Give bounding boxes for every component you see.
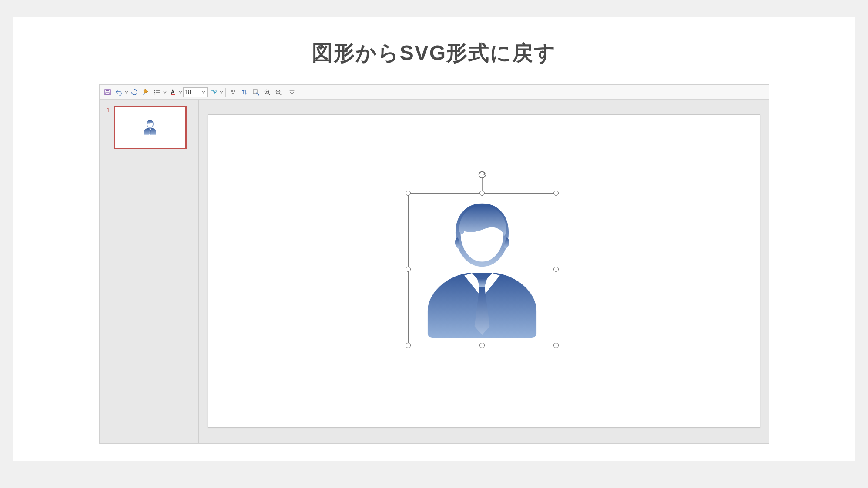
powerpoint-window: 18 bbox=[99, 84, 769, 444]
rotate-icon bbox=[477, 170, 487, 180]
undo-icon bbox=[115, 89, 122, 96]
undo-dropdown[interactable] bbox=[125, 90, 128, 94]
format-painter-button[interactable] bbox=[141, 87, 151, 97]
font-color-icon bbox=[169, 89, 176, 96]
toolbar-separator bbox=[225, 88, 226, 97]
slide-canvas[interactable] bbox=[208, 114, 760, 428]
slide-thumbnails-panel: 1 bbox=[100, 100, 199, 443]
zoom-in-icon bbox=[264, 89, 271, 96]
canvas-area bbox=[199, 100, 769, 443]
svg-rect-12 bbox=[231, 90, 233, 92]
svg-point-3 bbox=[154, 90, 155, 90]
resize-handle-tm[interactable] bbox=[479, 191, 485, 196]
undo-button[interactable] bbox=[114, 87, 124, 97]
redo-button[interactable] bbox=[129, 87, 140, 97]
font-color-button[interactable] bbox=[168, 87, 178, 97]
svg-line-17 bbox=[268, 93, 270, 95]
arrange-button[interactable] bbox=[239, 87, 250, 97]
font-size-dropdown-icon bbox=[202, 89, 205, 95]
format-painter-icon bbox=[142, 89, 149, 96]
shapes-button[interactable] bbox=[208, 87, 219, 97]
svg-rect-1 bbox=[106, 90, 109, 91]
align-icon bbox=[230, 89, 237, 96]
svg-point-5 bbox=[154, 93, 155, 94]
zoom-in-button[interactable] bbox=[262, 87, 272, 97]
resize-handle-mr[interactable] bbox=[553, 267, 559, 272]
svg-rect-9 bbox=[171, 94, 175, 95]
save-button[interactable] bbox=[102, 87, 113, 97]
resize-handle-bm[interactable] bbox=[479, 343, 485, 348]
font-size-value: 18 bbox=[185, 89, 191, 95]
edit-shape-icon bbox=[252, 89, 259, 96]
tutorial-card: 図形からSVG形式に戻す bbox=[13, 17, 855, 461]
page-title: 図形からSVG形式に戻す bbox=[13, 39, 855, 67]
slide-thumbnail[interactable] bbox=[114, 106, 187, 149]
toolbar-separator bbox=[286, 88, 286, 97]
businessman-icon bbox=[141, 119, 159, 136]
svg-rect-2 bbox=[106, 93, 109, 94]
slide-thumbnail-row: 1 bbox=[104, 106, 194, 149]
save-icon bbox=[104, 89, 111, 96]
resize-handle-tl[interactable] bbox=[406, 191, 411, 196]
svg-rect-13 bbox=[234, 90, 235, 92]
shapes-icon bbox=[210, 89, 217, 96]
font-color-dropdown[interactable] bbox=[179, 90, 182, 94]
businessman-icon bbox=[417, 200, 547, 339]
svg-point-4 bbox=[154, 91, 155, 92]
align-button[interactable] bbox=[228, 87, 238, 97]
bullets-dropdown[interactable] bbox=[163, 90, 167, 94]
quick-access-toolbar: 18 bbox=[100, 85, 769, 100]
resize-handle-tr[interactable] bbox=[553, 191, 559, 196]
slide-number: 1 bbox=[104, 106, 110, 149]
font-size-input[interactable]: 18 bbox=[183, 87, 208, 97]
svg-rect-14 bbox=[232, 93, 234, 94]
resize-handle-br[interactable] bbox=[553, 343, 559, 348]
svg-line-21 bbox=[279, 93, 281, 95]
app-body: 1 bbox=[100, 100, 769, 443]
svg-point-11 bbox=[214, 90, 216, 93]
zoom-out-icon bbox=[275, 89, 282, 96]
rotation-handle[interactable] bbox=[477, 170, 487, 180]
resize-handle-ml[interactable] bbox=[406, 267, 411, 272]
bullets-button[interactable] bbox=[152, 87, 162, 97]
redo-icon bbox=[131, 89, 138, 96]
shapes-dropdown[interactable] bbox=[220, 90, 223, 94]
toolbar-overflow-button[interactable] bbox=[288, 87, 295, 97]
zoom-out-button[interactable] bbox=[273, 87, 284, 97]
resize-handle-bl[interactable] bbox=[406, 343, 411, 348]
shape-graphic bbox=[412, 197, 553, 342]
bullets-icon bbox=[154, 89, 161, 96]
selected-shape[interactable] bbox=[408, 193, 556, 345]
arrange-icon bbox=[241, 89, 248, 96]
overflow-icon bbox=[288, 89, 295, 96]
edit-shape-button[interactable] bbox=[251, 87, 261, 97]
